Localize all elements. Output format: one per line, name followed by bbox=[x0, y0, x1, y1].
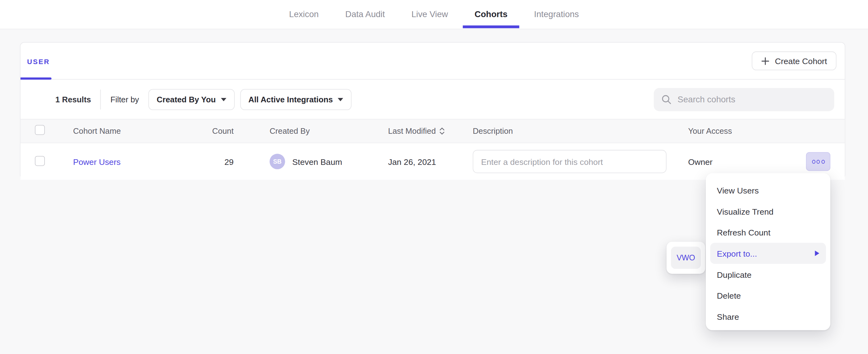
tab-cohorts[interactable]: Cohorts bbox=[474, 0, 507, 29]
card-tab-bar: USER Create Cohort bbox=[21, 43, 845, 79]
search-box[interactable] bbox=[654, 88, 834, 111]
access-value: Owner bbox=[668, 157, 786, 166]
tab-user[interactable]: USER bbox=[27, 58, 50, 66]
menu-item-refresh-count[interactable]: Refresh Count bbox=[706, 222, 830, 243]
plus-icon bbox=[761, 57, 769, 65]
table-header-row: Cohort Name Count Created By Last Modifi… bbox=[21, 119, 845, 143]
avatar: SB bbox=[270, 154, 285, 169]
export-submenu: VWO bbox=[666, 242, 705, 274]
select-all-checkbox[interactable] bbox=[35, 125, 45, 135]
more-options-icon bbox=[812, 160, 815, 163]
last-modified-value: Jan 26, 2021 bbox=[374, 157, 453, 166]
column-header-last-modified[interactable]: Last Modified bbox=[374, 127, 453, 135]
column-header-your-access: Your Access bbox=[668, 127, 786, 135]
integrations-filter-dropdown[interactable]: All Active Integrations bbox=[240, 89, 351, 110]
column-header-cohort-name: Cohort Name bbox=[59, 127, 211, 135]
menu-item-view-users[interactable]: View Users bbox=[706, 180, 830, 201]
toolbar-divider bbox=[100, 89, 101, 109]
filter-by-label: Filter by bbox=[111, 95, 139, 104]
chevron-down-icon bbox=[221, 98, 226, 101]
menu-item-share[interactable]: Share bbox=[706, 306, 830, 327]
tab-live-view[interactable]: Live View bbox=[411, 0, 448, 29]
tab-lexicon[interactable]: Lexicon bbox=[289, 0, 319, 29]
column-header-created-by: Created By bbox=[236, 127, 374, 135]
create-cohort-button[interactable]: Create Cohort bbox=[751, 51, 836, 70]
created-by-filter-dropdown[interactable]: Created By You bbox=[149, 89, 235, 110]
tab-integrations[interactable]: Integrations bbox=[534, 0, 579, 29]
top-nav-tabs: Lexicon Data Audit Live View Cohorts Int… bbox=[289, 0, 579, 29]
filter-toolbar: 1 Results Filter by Created By You All A… bbox=[21, 79, 845, 119]
created-by-filter-value: Created By You bbox=[157, 95, 216, 104]
menu-item-duplicate[interactable]: Duplicate bbox=[706, 264, 830, 285]
last-modified-label: Last Modified bbox=[388, 127, 436, 135]
submenu-arrow-icon bbox=[815, 250, 819, 256]
cohorts-card: USER Create Cohort 1 Results Filter by C… bbox=[20, 42, 845, 179]
created-by-name: Steven Baum bbox=[292, 157, 342, 166]
integrations-filter-value: All Active Integrations bbox=[248, 95, 333, 104]
search-icon bbox=[661, 94, 672, 104]
row-checkbox[interactable] bbox=[35, 156, 45, 166]
tab-data-audit[interactable]: Data Audit bbox=[345, 0, 385, 29]
menu-item-export-to[interactable]: Export to... bbox=[710, 243, 826, 264]
chevron-down-icon bbox=[338, 98, 343, 101]
create-cohort-label: Create Cohort bbox=[775, 56, 827, 65]
top-nav: Lexicon Data Audit Live View Cohorts Int… bbox=[0, 0, 868, 29]
results-count: 1 Results bbox=[55, 95, 91, 104]
active-tab-underline bbox=[21, 77, 52, 79]
cohort-name-link[interactable]: Power Users bbox=[73, 157, 121, 166]
export-option-vwo[interactable]: VWO bbox=[671, 247, 701, 269]
menu-item-visualize-trend[interactable]: Visualize Trend bbox=[706, 201, 830, 222]
row-actions-button[interactable] bbox=[806, 152, 830, 171]
cohort-count: 29 bbox=[211, 157, 236, 166]
column-header-description: Description bbox=[453, 127, 668, 135]
cohorts-page: Lexicon Data Audit Live View Cohorts Int… bbox=[0, 0, 868, 354]
description-input[interactable] bbox=[473, 150, 666, 173]
export-to-label: Export to... bbox=[717, 249, 757, 258]
row-actions-menu: View Users Visualize Trend Refresh Count… bbox=[706, 173, 830, 330]
search-input[interactable] bbox=[678, 94, 826, 104]
sort-icon bbox=[440, 127, 444, 135]
column-header-count: Count bbox=[211, 127, 236, 135]
menu-item-delete[interactable]: Delete bbox=[706, 285, 830, 306]
